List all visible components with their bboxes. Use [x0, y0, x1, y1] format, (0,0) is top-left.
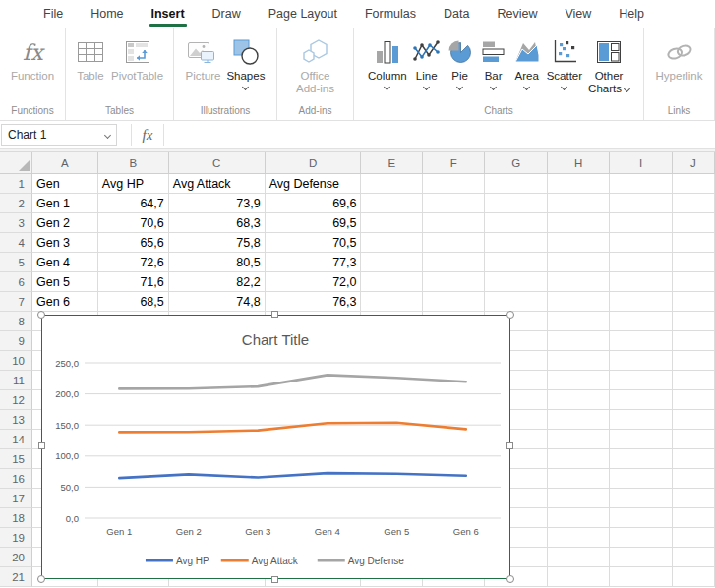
- cell-J19[interactable]: [673, 528, 715, 548]
- row-header-12[interactable]: 12: [0, 390, 32, 410]
- cell-B2[interactable]: 64,7: [98, 194, 169, 213]
- cell-H19[interactable]: [548, 528, 610, 548]
- shapes-button[interactable]: Shapes: [223, 32, 268, 89]
- cell-B4[interactable]: 65,6: [98, 233, 169, 253]
- cell-C1[interactable]: Avg Attack: [169, 174, 266, 194]
- cell-G3[interactable]: [485, 213, 548, 233]
- cell-F2[interactable]: [423, 194, 485, 213]
- cell-J15[interactable]: [673, 449, 715, 469]
- cell-J12[interactable]: [673, 390, 715, 410]
- tab-insert[interactable]: Insert: [138, 0, 199, 28]
- column-header-I[interactable]: I: [610, 152, 673, 174]
- cell-F1[interactable]: [423, 174, 485, 194]
- row-header-1[interactable]: 1: [0, 174, 32, 194]
- column-header-A[interactable]: A: [32, 152, 98, 174]
- cell-I19[interactable]: [610, 528, 673, 548]
- cell-C3[interactable]: 68,3: [169, 213, 266, 233]
- cell-H7[interactable]: [548, 292, 610, 312]
- cell-J8[interactable]: [673, 312, 715, 331]
- cell-J18[interactable]: [673, 508, 715, 528]
- row-header-7[interactable]: 7: [0, 292, 32, 312]
- cell-I12[interactable]: [610, 390, 673, 410]
- cell-H12[interactable]: [548, 390, 610, 410]
- insert-function-button[interactable]: fx: [131, 124, 164, 146]
- chart-resize-handle-w[interactable]: [38, 442, 45, 449]
- row-header-4[interactable]: 4: [0, 233, 32, 253]
- cell-I8[interactable]: [610, 312, 673, 331]
- cell-I13[interactable]: [610, 410, 673, 430]
- cell-J10[interactable]: [673, 351, 715, 371]
- cell-I10[interactable]: [610, 351, 673, 371]
- cell-B1[interactable]: Avg HP: [98, 174, 169, 194]
- column-header-G[interactable]: G: [485, 152, 548, 174]
- row-header-14[interactable]: 14: [0, 430, 32, 449]
- cell-J9[interactable]: [673, 331, 715, 351]
- cell-H4[interactable]: [548, 233, 610, 253]
- cell-H1[interactable]: [548, 174, 610, 194]
- column-header-D[interactable]: D: [266, 152, 362, 174]
- cell-J13[interactable]: [673, 410, 715, 430]
- chart-resize-handle-ne[interactable]: [506, 311, 514, 319]
- column-header-F[interactable]: F: [423, 152, 485, 174]
- cell-G7[interactable]: [485, 292, 548, 312]
- pie-button[interactable]: Pie: [444, 32, 477, 89]
- cell-D1[interactable]: Avg Defense: [266, 174, 362, 194]
- name-box[interactable]: Chart 1: [1, 124, 117, 146]
- cell-C5[interactable]: 80,5: [169, 253, 266, 272]
- cell-I18[interactable]: [610, 508, 673, 528]
- cell-J7[interactable]: [673, 292, 715, 312]
- row-header-21[interactable]: 21: [0, 567, 32, 587]
- cell-H2[interactable]: [548, 194, 610, 213]
- cell-H18[interactable]: [548, 508, 610, 528]
- cell-A6[interactable]: Gen 5: [32, 272, 98, 292]
- cell-D4[interactable]: 70,5: [266, 233, 362, 253]
- cell-J1[interactable]: [673, 174, 715, 194]
- cell-D2[interactable]: 69,6: [266, 194, 362, 213]
- cell-B5[interactable]: 72,6: [98, 253, 169, 272]
- cell-H15[interactable]: [548, 449, 610, 469]
- chart-resize-handle-e[interactable]: [506, 442, 513, 449]
- row-header-8[interactable]: 8: [0, 312, 32, 331]
- cell-E6[interactable]: [361, 272, 423, 292]
- tab-formulas[interactable]: Formulas: [351, 0, 430, 28]
- cell-I2[interactable]: [610, 194, 673, 213]
- row-header-11[interactable]: 11: [0, 371, 32, 390]
- cell-J3[interactable]: [673, 213, 715, 233]
- cell-J4[interactable]: [673, 233, 715, 253]
- row-header-13[interactable]: 13: [0, 410, 32, 430]
- cell-J2[interactable]: [673, 194, 715, 213]
- row-header-16[interactable]: 16: [0, 469, 32, 489]
- row-header-19[interactable]: 19: [0, 528, 32, 548]
- cell-I3[interactable]: [610, 213, 673, 233]
- chevron-down-icon[interactable]: [104, 131, 111, 138]
- cell-I9[interactable]: [610, 331, 673, 351]
- cell-J20[interactable]: [673, 548, 715, 567]
- cell-H17[interactable]: [548, 489, 610, 508]
- tab-review[interactable]: Review: [483, 0, 551, 28]
- cell-F5[interactable]: [423, 253, 485, 272]
- cell-C7[interactable]: 74,8: [169, 292, 266, 312]
- column-header-C[interactable]: C: [169, 152, 266, 174]
- chart-resize-handle-nw[interactable]: [37, 311, 45, 319]
- cell-E7[interactable]: [361, 292, 423, 312]
- cell-B6[interactable]: 71,6: [98, 272, 169, 292]
- cell-G4[interactable]: [485, 233, 548, 253]
- cell-C2[interactable]: 73,9: [169, 194, 266, 213]
- cell-E3[interactable]: [361, 213, 423, 233]
- tab-data[interactable]: Data: [430, 0, 483, 28]
- cell-H14[interactable]: [548, 430, 610, 449]
- tab-help[interactable]: Help: [605, 0, 658, 28]
- cell-A5[interactable]: Gen 4: [32, 253, 98, 272]
- row-header-9[interactable]: 9: [0, 331, 32, 351]
- cell-H11[interactable]: [548, 371, 610, 390]
- cell-I21[interactable]: [610, 567, 673, 587]
- cell-J5[interactable]: [673, 253, 715, 272]
- row-header-6[interactable]: 6: [0, 272, 32, 292]
- cell-A7[interactable]: Gen 6: [32, 292, 98, 312]
- column-header-J[interactable]: J: [673, 152, 715, 174]
- cell-B3[interactable]: 70,6: [98, 213, 169, 233]
- cell-J21[interactable]: [673, 567, 715, 587]
- cell-G6[interactable]: [485, 272, 548, 292]
- cell-F7[interactable]: [423, 292, 485, 312]
- cell-D3[interactable]: 69,5: [266, 213, 362, 233]
